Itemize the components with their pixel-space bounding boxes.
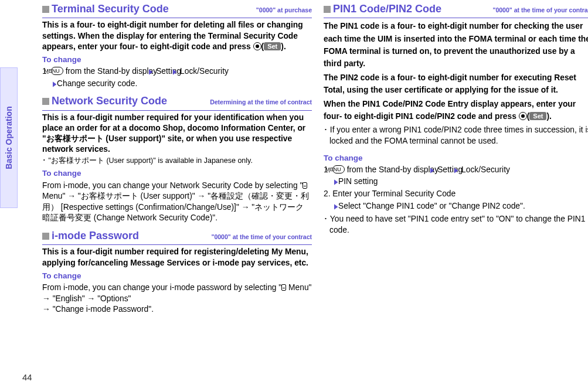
center-button-icon (519, 112, 527, 120)
step-1-sub: ▶Change security code. (42, 79, 312, 90)
pin-bullet-1: ･ If you enter a wrong PIN1 code/PIN2 co… (324, 125, 588, 147)
divider (42, 18, 312, 18)
set-button-icon: Set (264, 42, 281, 50)
imode-password-body: This is a four-digit number required for… (42, 247, 312, 268)
left-column: Terminal Security Code "0000" at purchas… (42, 0, 312, 315)
menu-button-icon: MENU (332, 165, 345, 173)
divider (42, 110, 312, 111)
pin-code-title: PIN1 Code/PIN2 Code (324, 2, 489, 16)
terminal-security-note: "0000" at purchase (253, 6, 312, 14)
imode-menu-icon (281, 284, 286, 291)
divider (42, 244, 312, 245)
text: Setting (156, 67, 181, 76)
imode-password-head: i-mode Password "0000" at the time of yo… (42, 229, 312, 243)
text: ). (546, 112, 551, 121)
network-security-title-text: Network Security Code (52, 95, 167, 107)
text: Lock/Security (461, 165, 510, 174)
text: From i-mode, you can change your i-mode … (42, 283, 281, 292)
terminal-security-body: This is a four- to eight-digit number fo… (42, 20, 312, 52)
imode-password-title: i-mode Password (42, 229, 208, 243)
pin-code-head: PIN1 Code/PIN2 Code "0000" at the time o… (324, 2, 588, 16)
set-button-icon: Set (529, 112, 546, 120)
square-bullet-icon (42, 233, 49, 240)
network-security-title: Network Security Code (42, 94, 206, 108)
page-number: 44 (22, 372, 32, 383)
menu-button-icon: MENU (51, 67, 63, 75)
text: Setting (437, 165, 463, 174)
terminal-security-title-text: Terminal Security Code (52, 3, 169, 15)
terminal-security-title: Terminal Security Code (42, 2, 253, 16)
arrow-icon: ▶ (334, 202, 338, 211)
side-tab-label: Basic Operation (4, 106, 15, 169)
text: If you enter a wrong PIN1 code/PIN2 code… (329, 125, 588, 145)
text: You need to have set "PIN1 code entry se… (329, 215, 585, 234)
network-security-change-body: From i-mode, you can change your Network… (42, 181, 312, 224)
pin-step-1-sub: ▶PIN setting (324, 176, 588, 188)
to-change-label: To change (42, 168, 312, 179)
pin-code-body3: When the PIN1 Code/PIN2 Code Entry displ… (324, 98, 588, 123)
imode-password-title-text: i-mode Password (52, 230, 139, 241)
text: "お客様サポート (User support)" is available in… (48, 156, 252, 165)
text: From i-mode, you can change your Network… (42, 181, 303, 190)
network-security-head: Network Security Code Determining at the… (42, 94, 312, 108)
center-button-icon (253, 42, 261, 50)
imode-password-note: "0000" at the time of your contract (208, 233, 312, 241)
pin-code-title-text: PIN1 Code/PIN2 Code (333, 3, 441, 15)
network-security-bullet: ･ "お客様サポート (User support)" is available … (42, 156, 312, 166)
pin-step-2: 2. Enter your Terminal Security Code (324, 189, 588, 200)
square-bullet-icon (42, 98, 49, 105)
step-1: 1. MENU from the Stand-by display▶Settin… (42, 66, 312, 77)
to-change-label: To change (42, 55, 312, 65)
pin-code-note: "0000" at the time of your contract (489, 6, 588, 14)
side-tab: Basic Operation (0, 67, 18, 208)
divider (324, 18, 588, 18)
text: from the Stand-by display (63, 67, 157, 76)
right-column: PIN1 Code/PIN2 Code "0000" at the time o… (324, 0, 588, 236)
arrow-icon: ▶ (53, 79, 56, 89)
imode-menu-icon (303, 182, 307, 189)
square-bullet-icon (42, 6, 49, 13)
imode-password-change-body2: → "Change i-mode Password". (42, 304, 312, 315)
to-change-label: To change (42, 271, 312, 281)
to-change-label: To change (324, 153, 588, 164)
pin-code-body1: The PIN1 code is a four- to eight-digit … (324, 20, 588, 70)
text: ). (281, 42, 285, 51)
terminal-security-head: Terminal Security Code "0000" at purchas… (42, 2, 312, 16)
pin-bullet-2: ･ You need to have set "PIN1 code entry … (324, 214, 588, 236)
imode-password-change-body: From i-mode, you can change your i-mode … (42, 283, 312, 304)
text: Lock/Security (180, 67, 229, 76)
arrow-icon: ▶ (334, 177, 338, 186)
pin-step-1: 1. MENU from the Stand-by display▶Settin… (324, 165, 588, 176)
pin-code-body2: The PIN2 code is a four- to eight-digit … (324, 72, 588, 97)
text: Select "Change PIN1 code" or "Change PIN… (338, 202, 525, 210)
network-security-note: Determining at the time of contract (206, 98, 312, 106)
text: from the Stand-by display (345, 165, 439, 174)
pin-step-2-sub: ▶Select "Change PIN1 code" or "Change PI… (324, 201, 588, 212)
square-bullet-icon (324, 6, 331, 13)
text: Change security code. (57, 79, 137, 88)
text: PIN setting (338, 177, 378, 186)
network-security-body: This is a four-digit number required for… (42, 113, 312, 155)
text: Menu" → "お客様サポート (User support)" → "各種設定… (42, 192, 309, 222)
